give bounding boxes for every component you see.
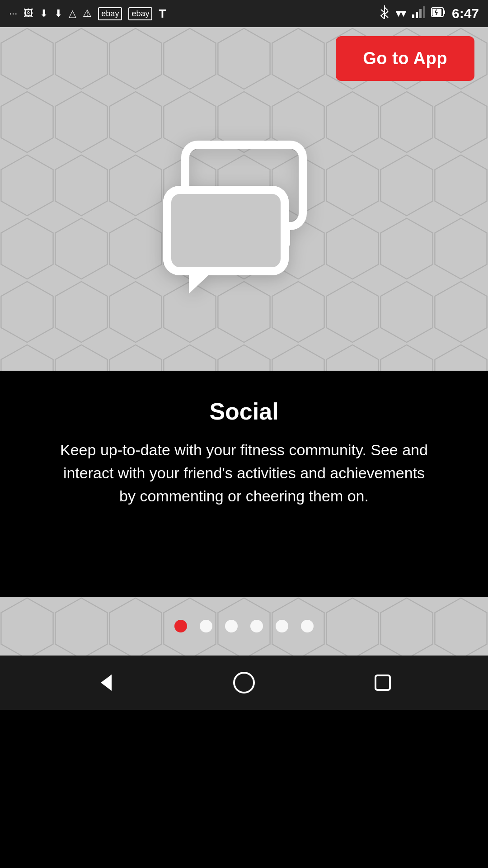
go-to-app-button[interactable]: Go to App (336, 36, 474, 81)
pagination-dot-3[interactable] (225, 620, 238, 632)
back-icon (94, 671, 117, 694)
status-right-icons: ▾▾ 6:47 (380, 5, 479, 22)
download-icon-1: ⬇ (40, 8, 48, 19)
home-button[interactable] (223, 662, 265, 703)
battery-icon (431, 7, 446, 20)
svg-rect-6 (416, 12, 418, 18)
download-icon-2: ⬇ (54, 8, 62, 19)
text-icon: T (159, 7, 166, 21)
signal-icon (412, 6, 425, 21)
recents-icon (371, 671, 394, 694)
section-description: Keep up-to-date with your fitness commun… (59, 439, 429, 508)
notification-icon: ··· (9, 8, 17, 19)
pagination-dot-1[interactable] (174, 620, 187, 632)
chat-icon-container (149, 118, 339, 307)
bluetooth-icon (380, 5, 389, 22)
image-icon: 🖼 (23, 8, 33, 19)
pagination-section (0, 597, 488, 656)
svg-rect-7 (419, 9, 422, 18)
svg-rect-10 (443, 10, 445, 14)
svg-rect-21 (168, 191, 284, 270)
ebay-icon-1: ebay (98, 7, 122, 20)
chat-bubbles-icon (149, 118, 339, 307)
back-button[interactable] (84, 662, 126, 703)
svg-rect-8 (423, 6, 425, 18)
svg-rect-26 (375, 675, 390, 690)
svg-rect-5 (412, 14, 414, 18)
content-section: Social Keep up-to-date with your fitness… (0, 371, 488, 597)
navigation-bar (0, 656, 488, 710)
status-bar: ··· 🖼 ⬇ ⬇ △ ⚠ ebay ebay T ▾▾ (0, 0, 488, 27)
warning-icon: ⚠ (83, 8, 92, 19)
drive-icon: △ (69, 8, 76, 19)
status-left-icons: ··· 🖼 ⬇ ⬇ △ ⚠ ebay ebay T (9, 7, 166, 21)
pagination-dots (174, 620, 314, 632)
pagination-dot-4[interactable] (250, 620, 263, 632)
svg-marker-24 (101, 675, 112, 691)
svg-point-25 (234, 673, 254, 693)
home-icon (232, 671, 256, 694)
section-title: Social (209, 398, 278, 425)
hero-section: Go to App (0, 27, 488, 371)
pagination-dot-6[interactable] (301, 620, 314, 632)
recents-button[interactable] (362, 662, 404, 703)
status-time: 6:47 (452, 6, 479, 21)
pagination-dot-5[interactable] (276, 620, 288, 632)
pagination-dot-2[interactable] (200, 620, 212, 632)
ebay-icon-2: ebay (128, 7, 152, 20)
svg-line-1 (385, 7, 388, 10)
wifi-icon: ▾▾ (396, 8, 406, 19)
